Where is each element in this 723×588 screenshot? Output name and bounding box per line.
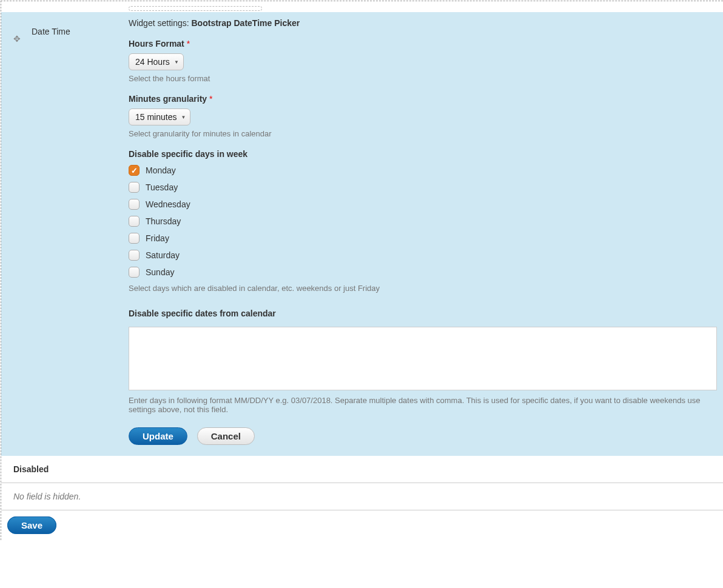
hours-format-help: Select the hours format xyxy=(129,74,717,83)
disable-dates-label: Disable specific dates from calendar xyxy=(129,309,717,318)
day-option-row: Saturday xyxy=(129,250,717,261)
day-option-row: Sunday xyxy=(129,267,717,278)
day-checkbox[interactable] xyxy=(129,267,140,278)
disable-days-label: Disable specific days in week xyxy=(129,149,717,159)
hours-format-value: 24 Hours xyxy=(135,57,170,67)
day-option-row: Tuesday xyxy=(129,182,717,193)
collapsed-select-placeholder xyxy=(129,6,262,11)
day-option-row: Monday xyxy=(129,165,717,176)
disable-dates-help: Enter days in following format MM/DD/YY … xyxy=(129,396,717,414)
day-option-row: Friday xyxy=(129,233,717,244)
drag-handle-icon[interactable]: ✥ xyxy=(13,34,21,44)
day-checkbox[interactable] xyxy=(129,250,140,261)
day-checkbox[interactable] xyxy=(129,199,140,210)
day-label: Wednesday xyxy=(146,199,190,209)
disabled-section-empty: No field is hidden. xyxy=(1,483,723,510)
hours-format-label-text: Hours Format xyxy=(129,39,184,48)
field-name: Date Time xyxy=(32,27,70,36)
day-label: Friday xyxy=(146,233,169,243)
required-marker: * xyxy=(209,94,212,104)
day-checkbox[interactable] xyxy=(129,182,140,193)
day-label: Thursday xyxy=(146,216,181,226)
day-checkbox[interactable] xyxy=(129,165,140,176)
day-label: Sunday xyxy=(146,267,174,277)
day-option-row: Thursday xyxy=(129,216,717,227)
minutes-granularity-label-text: Minutes granularity xyxy=(129,94,207,104)
widget-settings-panel: ✥ Date Time Widget settings: Bootstrap D… xyxy=(1,12,723,456)
cancel-button[interactable]: Cancel xyxy=(197,427,255,445)
minutes-granularity-value: 15 minutes xyxy=(135,112,177,122)
day-checkbox[interactable] xyxy=(129,233,140,244)
hours-format-select[interactable]: 24 Hours xyxy=(129,53,184,70)
disable-days-help: Select days which are disabled in calend… xyxy=(129,284,717,293)
disable-dates-textarea[interactable] xyxy=(129,327,717,390)
hours-format-label: Hours Format * xyxy=(129,39,717,48)
widget-name: Bootstrap DateTime Picker xyxy=(192,18,300,28)
widget-settings-prefix: Widget settings: xyxy=(129,18,192,28)
day-option-row: Wednesday xyxy=(129,199,717,210)
minutes-granularity-help: Select granularity for minutes in calend… xyxy=(129,129,717,138)
day-label: Monday xyxy=(146,165,176,175)
disabled-section-heading: Disabled xyxy=(1,456,723,483)
widget-settings-line: Widget settings: Bootstrap DateTime Pick… xyxy=(129,18,717,28)
day-label: Tuesday xyxy=(146,182,178,192)
minutes-granularity-label: Minutes granularity * xyxy=(129,94,717,104)
day-checkbox[interactable] xyxy=(129,216,140,227)
save-button[interactable]: Save xyxy=(7,516,56,534)
day-label: Saturday xyxy=(146,250,180,260)
update-button[interactable]: Update xyxy=(129,427,187,445)
required-marker: * xyxy=(187,39,190,48)
minutes-granularity-select[interactable]: 15 minutes xyxy=(129,109,190,125)
